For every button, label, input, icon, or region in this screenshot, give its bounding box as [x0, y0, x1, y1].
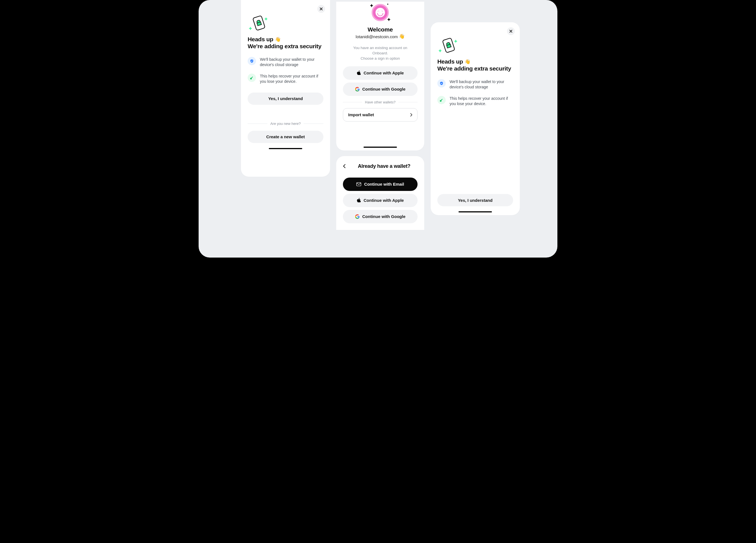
- heading-line-1: Heads up: [248, 36, 275, 42]
- heading-line-2: We're adding extra security: [248, 43, 321, 49]
- col-center: Welcome lotanidi@nestcoin.com 👋 You have…: [336, 0, 424, 230]
- header-row: Already have a wallet?: [343, 163, 418, 169]
- continue-google-button[interactable]: Continue with Google: [343, 210, 418, 223]
- home-indicator: [459, 211, 492, 212]
- home-indicator: [269, 148, 302, 149]
- home-indicator: [364, 147, 397, 148]
- welcome-email: lotanidi@nestcoin.com 👋: [343, 33, 418, 39]
- apple-icon: [357, 198, 361, 203]
- google-icon: [355, 87, 360, 91]
- email-text: lotanidi@nestcoin.com: [356, 34, 399, 39]
- divider-label: Are you new here?: [270, 121, 301, 126]
- button-label: Continue with Google: [362, 214, 406, 219]
- bullet-list: We'll backup your wallet to your device'…: [248, 57, 323, 84]
- welcome-title: Welcome: [343, 26, 418, 33]
- screen-heads-up-b: Heads up 👋 We're adding extra security W…: [431, 22, 520, 215]
- close-button[interactable]: [507, 27, 515, 35]
- wave-emoji: 👋: [465, 59, 470, 64]
- shield-icon: [248, 57, 256, 65]
- screen-heads-up-a: Heads up 👋 We're adding extra security W…: [241, 0, 330, 177]
- new-here-divider: Are you new here?: [248, 121, 323, 126]
- desc-line: You have an existing account on Onboard.: [353, 46, 407, 55]
- button-label: Import wallet: [348, 112, 374, 117]
- bullet-recover: This helps recover your account if you l…: [248, 74, 323, 84]
- understand-button[interactable]: Yes, I understand: [437, 194, 513, 206]
- heads-up-heading: Heads up 👋 We're adding extra security: [248, 36, 323, 50]
- already-title: Already have a wallet?: [357, 163, 418, 169]
- chevron-right-icon: [410, 113, 412, 116]
- other-wallets-divider: Have other wallets?: [343, 100, 418, 104]
- chevron-left-icon: [343, 164, 346, 168]
- back-button[interactable]: [343, 164, 349, 168]
- continue-apple-button[interactable]: Continue with Apple: [343, 66, 418, 80]
- security-illustration: [437, 37, 513, 53]
- close-icon: [320, 8, 323, 10]
- wave-emoji: 👋: [275, 37, 281, 42]
- heads-up-card: Heads up 👋 We're adding extra security W…: [241, 0, 330, 177]
- signin-stack: Continue with Apple Continue with Google: [343, 66, 418, 96]
- svg-rect-8: [441, 99, 443, 101]
- heading-line-2: We're adding extra security: [437, 65, 511, 72]
- button-label: Yes, I understand: [268, 96, 303, 101]
- wave-emoji: 👋: [399, 34, 405, 39]
- bullet-recover: This helps recover your account if you l…: [437, 96, 513, 106]
- bullet-text: This helps recover your account if you l…: [450, 96, 513, 106]
- continue-apple-button[interactable]: Continue with Apple: [343, 194, 418, 207]
- heads-up-heading: Heads up 👋 We're adding extra security: [437, 58, 513, 72]
- signin-stack: Continue with Email Continue with Apple …: [343, 177, 418, 223]
- mail-icon: [356, 182, 361, 186]
- bullet-text: We'll backup your wallet to your device'…: [260, 57, 323, 67]
- key-icon: [248, 74, 256, 82]
- design-canvas: Heads up 👋 We're adding extra security W…: [199, 0, 557, 257]
- apple-icon: [357, 70, 361, 75]
- avatar: [372, 4, 389, 21]
- bullet-text: We'll backup your wallet to your device'…: [450, 79, 513, 90]
- bullet-text: This helps recover your account if you l…: [260, 74, 323, 84]
- button-label: Continue with Google: [362, 87, 406, 91]
- close-icon: [509, 30, 512, 33]
- key-icon: [437, 96, 446, 104]
- shield-icon: [437, 79, 446, 87]
- continue-google-button[interactable]: Continue with Google: [343, 82, 418, 96]
- bullet-backup: We'll backup your wallet to your device'…: [248, 57, 323, 67]
- import-wallet-button[interactable]: Import wallet: [343, 108, 418, 121]
- avatar-wrap: [369, 2, 391, 23]
- bullet-list: We'll backup your wallet to your device'…: [437, 79, 513, 106]
- button-label: Continue with Apple: [364, 70, 404, 75]
- continue-email-button[interactable]: Continue with Email: [343, 177, 418, 191]
- heading-line-1: Heads up: [437, 58, 465, 65]
- security-illustration: [248, 14, 323, 31]
- create-wallet-button[interactable]: Create a new wallet: [248, 131, 323, 143]
- button-label: Continue with Email: [364, 182, 404, 186]
- already-have-wallet-card: Already have a wallet? Continue with Ema…: [336, 156, 424, 230]
- svg-rect-2: [251, 77, 253, 79]
- understand-button[interactable]: Yes, I understand: [248, 92, 323, 105]
- welcome-desc: You have an existing account on Onboard.…: [343, 45, 418, 61]
- heads-up-card: Heads up 👋 We're adding extra security W…: [431, 22, 520, 215]
- close-button[interactable]: [317, 5, 325, 13]
- button-label: Create a new wallet: [266, 134, 305, 139]
- desc-line: Choose a sign in option: [360, 56, 400, 60]
- bullet-backup: We'll backup your wallet to your device'…: [437, 79, 513, 90]
- google-icon: [355, 214, 360, 219]
- button-label: Continue with Apple: [364, 198, 404, 203]
- welcome-card: Welcome lotanidi@nestcoin.com 👋 You have…: [336, 2, 424, 150]
- divider-label: Have other wallets?: [365, 100, 396, 104]
- button-label: Yes, I understand: [458, 198, 492, 203]
